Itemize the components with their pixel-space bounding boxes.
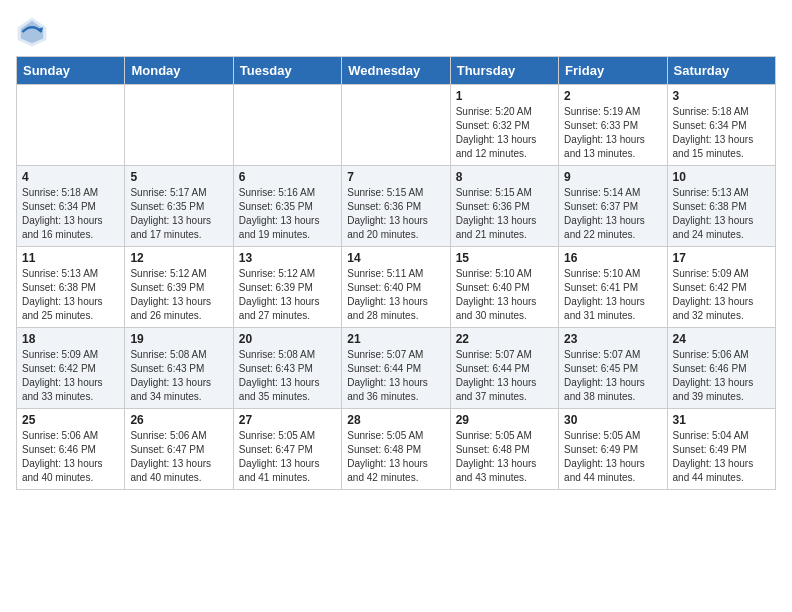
day-info: Sunrise: 5:07 AM Sunset: 6:44 PM Dayligh… <box>456 348 553 404</box>
calendar-cell <box>17 85 125 166</box>
calendar-cell <box>233 85 341 166</box>
calendar-cell <box>125 85 233 166</box>
day-number: 17 <box>673 251 770 265</box>
calendar-cell: 1Sunrise: 5:20 AM Sunset: 6:32 PM Daylig… <box>450 85 558 166</box>
calendar-week-2: 4Sunrise: 5:18 AM Sunset: 6:34 PM Daylig… <box>17 166 776 247</box>
day-number: 4 <box>22 170 119 184</box>
day-number: 13 <box>239 251 336 265</box>
calendar-cell: 22Sunrise: 5:07 AM Sunset: 6:44 PM Dayli… <box>450 328 558 409</box>
day-info: Sunrise: 5:05 AM Sunset: 6:49 PM Dayligh… <box>564 429 661 485</box>
calendar-cell: 21Sunrise: 5:07 AM Sunset: 6:44 PM Dayli… <box>342 328 450 409</box>
calendar-cell: 24Sunrise: 5:06 AM Sunset: 6:46 PM Dayli… <box>667 328 775 409</box>
day-info: Sunrise: 5:06 AM Sunset: 6:47 PM Dayligh… <box>130 429 227 485</box>
page-header <box>16 16 776 48</box>
day-info: Sunrise: 5:06 AM Sunset: 6:46 PM Dayligh… <box>22 429 119 485</box>
calendar-cell: 18Sunrise: 5:09 AM Sunset: 6:42 PM Dayli… <box>17 328 125 409</box>
calendar-cell: 9Sunrise: 5:14 AM Sunset: 6:37 PM Daylig… <box>559 166 667 247</box>
day-info: Sunrise: 5:04 AM Sunset: 6:49 PM Dayligh… <box>673 429 770 485</box>
weekday-header-wednesday: Wednesday <box>342 57 450 85</box>
day-number: 22 <box>456 332 553 346</box>
day-number: 28 <box>347 413 444 427</box>
day-info: Sunrise: 5:12 AM Sunset: 6:39 PM Dayligh… <box>239 267 336 323</box>
day-info: Sunrise: 5:16 AM Sunset: 6:35 PM Dayligh… <box>239 186 336 242</box>
day-number: 29 <box>456 413 553 427</box>
day-number: 18 <box>22 332 119 346</box>
calendar-table: SundayMondayTuesdayWednesdayThursdayFrid… <box>16 56 776 490</box>
day-info: Sunrise: 5:20 AM Sunset: 6:32 PM Dayligh… <box>456 105 553 161</box>
calendar-week-3: 11Sunrise: 5:13 AM Sunset: 6:38 PM Dayli… <box>17 247 776 328</box>
day-number: 6 <box>239 170 336 184</box>
calendar-cell: 29Sunrise: 5:05 AM Sunset: 6:48 PM Dayli… <box>450 409 558 490</box>
calendar-cell: 13Sunrise: 5:12 AM Sunset: 6:39 PM Dayli… <box>233 247 341 328</box>
calendar-cell: 10Sunrise: 5:13 AM Sunset: 6:38 PM Dayli… <box>667 166 775 247</box>
day-info: Sunrise: 5:08 AM Sunset: 6:43 PM Dayligh… <box>130 348 227 404</box>
weekday-header-sunday: Sunday <box>17 57 125 85</box>
day-number: 14 <box>347 251 444 265</box>
day-number: 25 <box>22 413 119 427</box>
day-number: 15 <box>456 251 553 265</box>
calendar-body: 1Sunrise: 5:20 AM Sunset: 6:32 PM Daylig… <box>17 85 776 490</box>
day-number: 3 <box>673 89 770 103</box>
calendar-week-5: 25Sunrise: 5:06 AM Sunset: 6:46 PM Dayli… <box>17 409 776 490</box>
day-info: Sunrise: 5:10 AM Sunset: 6:41 PM Dayligh… <box>564 267 661 323</box>
calendar-cell: 11Sunrise: 5:13 AM Sunset: 6:38 PM Dayli… <box>17 247 125 328</box>
day-info: Sunrise: 5:12 AM Sunset: 6:39 PM Dayligh… <box>130 267 227 323</box>
logo-icon <box>16 16 48 48</box>
day-number: 1 <box>456 89 553 103</box>
day-info: Sunrise: 5:05 AM Sunset: 6:48 PM Dayligh… <box>456 429 553 485</box>
calendar-cell: 2Sunrise: 5:19 AM Sunset: 6:33 PM Daylig… <box>559 85 667 166</box>
day-number: 24 <box>673 332 770 346</box>
day-info: Sunrise: 5:05 AM Sunset: 6:47 PM Dayligh… <box>239 429 336 485</box>
day-number: 8 <box>456 170 553 184</box>
calendar-cell <box>342 85 450 166</box>
calendar-cell: 16Sunrise: 5:10 AM Sunset: 6:41 PM Dayli… <box>559 247 667 328</box>
day-number: 2 <box>564 89 661 103</box>
calendar-cell: 12Sunrise: 5:12 AM Sunset: 6:39 PM Dayli… <box>125 247 233 328</box>
day-info: Sunrise: 5:07 AM Sunset: 6:45 PM Dayligh… <box>564 348 661 404</box>
day-info: Sunrise: 5:10 AM Sunset: 6:40 PM Dayligh… <box>456 267 553 323</box>
day-number: 7 <box>347 170 444 184</box>
calendar-cell: 14Sunrise: 5:11 AM Sunset: 6:40 PM Dayli… <box>342 247 450 328</box>
day-number: 31 <box>673 413 770 427</box>
calendar-cell: 7Sunrise: 5:15 AM Sunset: 6:36 PM Daylig… <box>342 166 450 247</box>
day-info: Sunrise: 5:18 AM Sunset: 6:34 PM Dayligh… <box>673 105 770 161</box>
day-number: 20 <box>239 332 336 346</box>
day-info: Sunrise: 5:15 AM Sunset: 6:36 PM Dayligh… <box>456 186 553 242</box>
calendar-cell: 17Sunrise: 5:09 AM Sunset: 6:42 PM Dayli… <box>667 247 775 328</box>
day-info: Sunrise: 5:07 AM Sunset: 6:44 PM Dayligh… <box>347 348 444 404</box>
day-number: 11 <box>22 251 119 265</box>
calendar-week-4: 18Sunrise: 5:09 AM Sunset: 6:42 PM Dayli… <box>17 328 776 409</box>
weekday-header-saturday: Saturday <box>667 57 775 85</box>
day-number: 21 <box>347 332 444 346</box>
calendar-cell: 25Sunrise: 5:06 AM Sunset: 6:46 PM Dayli… <box>17 409 125 490</box>
weekday-header-tuesday: Tuesday <box>233 57 341 85</box>
weekday-header-monday: Monday <box>125 57 233 85</box>
day-info: Sunrise: 5:17 AM Sunset: 6:35 PM Dayligh… <box>130 186 227 242</box>
day-info: Sunrise: 5:15 AM Sunset: 6:36 PM Dayligh… <box>347 186 444 242</box>
calendar-cell: 23Sunrise: 5:07 AM Sunset: 6:45 PM Dayli… <box>559 328 667 409</box>
day-info: Sunrise: 5:11 AM Sunset: 6:40 PM Dayligh… <box>347 267 444 323</box>
day-number: 9 <box>564 170 661 184</box>
day-number: 30 <box>564 413 661 427</box>
day-number: 10 <box>673 170 770 184</box>
calendar-cell: 19Sunrise: 5:08 AM Sunset: 6:43 PM Dayli… <box>125 328 233 409</box>
calendar-cell: 30Sunrise: 5:05 AM Sunset: 6:49 PM Dayli… <box>559 409 667 490</box>
calendar-cell: 3Sunrise: 5:18 AM Sunset: 6:34 PM Daylig… <box>667 85 775 166</box>
day-number: 12 <box>130 251 227 265</box>
day-info: Sunrise: 5:09 AM Sunset: 6:42 PM Dayligh… <box>22 348 119 404</box>
day-info: Sunrise: 5:09 AM Sunset: 6:42 PM Dayligh… <box>673 267 770 323</box>
day-number: 27 <box>239 413 336 427</box>
day-number: 5 <box>130 170 227 184</box>
calendar-cell: 5Sunrise: 5:17 AM Sunset: 6:35 PM Daylig… <box>125 166 233 247</box>
weekday-header-thursday: Thursday <box>450 57 558 85</box>
calendar-header: SundayMondayTuesdayWednesdayThursdayFrid… <box>17 57 776 85</box>
day-number: 23 <box>564 332 661 346</box>
day-info: Sunrise: 5:05 AM Sunset: 6:48 PM Dayligh… <box>347 429 444 485</box>
day-info: Sunrise: 5:13 AM Sunset: 6:38 PM Dayligh… <box>22 267 119 323</box>
calendar-cell: 31Sunrise: 5:04 AM Sunset: 6:49 PM Dayli… <box>667 409 775 490</box>
calendar-cell: 20Sunrise: 5:08 AM Sunset: 6:43 PM Dayli… <box>233 328 341 409</box>
logo <box>16 16 52 48</box>
calendar-cell: 28Sunrise: 5:05 AM Sunset: 6:48 PM Dayli… <box>342 409 450 490</box>
day-number: 19 <box>130 332 227 346</box>
calendar-cell: 26Sunrise: 5:06 AM Sunset: 6:47 PM Dayli… <box>125 409 233 490</box>
